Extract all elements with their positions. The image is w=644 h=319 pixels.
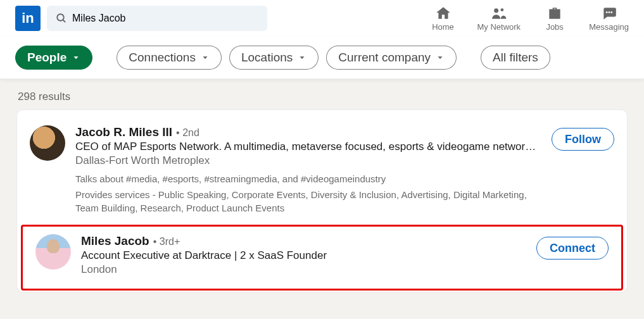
filter-label: Current company <box>338 51 431 65</box>
avatar[interactable] <box>35 234 71 270</box>
result-row[interactable]: Miles Jacob • 3rd+ Account Executive at … <box>23 227 621 289</box>
nav-label: Home <box>432 22 454 32</box>
chevron-down-icon <box>298 53 306 62</box>
search-input[interactable] <box>47 6 267 31</box>
svg-point-4 <box>605 11 607 13</box>
people-icon <box>491 5 507 22</box>
svg-point-2 <box>494 8 498 13</box>
person-name[interactable]: Jacob R. Miles III <box>75 125 172 139</box>
search-icon <box>56 13 67 24</box>
svg-line-1 <box>63 20 65 22</box>
connection-degree: • 3rd+ <box>153 236 180 247</box>
filter-locations[interactable]: Locations <box>229 46 319 70</box>
filter-current-company[interactable]: Current company <box>326 46 457 70</box>
nav-messaging[interactable]: Messaging <box>589 5 629 32</box>
svg-point-5 <box>608 11 610 13</box>
filter-bar: People Connections Locations Current com… <box>0 37 644 79</box>
filter-label: Connections <box>129 51 196 65</box>
top-bar: in Home My Network Jobs Mes <box>0 0 644 37</box>
result-row[interactable]: Jacob R. Miles III • 2nd CEO of MAP Espo… <box>17 115 627 223</box>
nav-network[interactable]: My Network <box>477 5 521 32</box>
filter-label: Locations <box>241 51 293 65</box>
filter-people[interactable]: People <box>15 46 92 70</box>
person-location: London <box>81 263 526 276</box>
person-name[interactable]: Miles Jacob <box>81 234 149 248</box>
connection-degree: • 2nd <box>176 127 199 139</box>
person-talks-about: Talks about #media, #esports, #streaming… <box>75 173 541 184</box>
nav-label: My Network <box>477 22 521 32</box>
highlighted-result: Miles Jacob • 3rd+ Account Executive at … <box>21 225 623 291</box>
nav-items: Home My Network Jobs Messaging <box>424 5 629 32</box>
nav-label: Messaging <box>589 22 629 32</box>
home-icon <box>435 5 451 22</box>
chevron-down-icon <box>436 53 445 62</box>
chevron-down-icon <box>72 53 80 62</box>
svg-point-3 <box>500 8 503 11</box>
person-headline: Account Executive at Darktrace | 2 x Saa… <box>81 249 526 262</box>
filter-all[interactable]: All filters <box>481 46 550 70</box>
filter-label: People <box>27 51 66 65</box>
person-services: Provides services - Public Speaking, Cor… <box>75 188 541 215</box>
follow-button[interactable]: Follow <box>552 128 614 151</box>
person-headline: CEO of MAP Esports Network. A multimedia… <box>75 141 541 153</box>
search-container <box>47 6 267 31</box>
filter-label: All filters <box>493 51 538 65</box>
linkedin-logo[interactable]: in <box>15 6 41 31</box>
nav-label: Jobs <box>546 22 563 32</box>
results-count: 298 results <box>0 79 644 109</box>
avatar[interactable] <box>30 125 65 161</box>
filter-connections[interactable]: Connections <box>117 46 222 70</box>
results-card: Jacob R. Miles III • 2nd CEO of MAP Espo… <box>16 109 628 292</box>
connect-button[interactable]: Connect <box>536 237 609 260</box>
nav-home[interactable]: Home <box>424 5 462 32</box>
nav-jobs[interactable]: Jobs <box>536 5 574 32</box>
result-info: Jacob R. Miles III • 2nd CEO of MAP Espo… <box>75 125 541 215</box>
person-location: Dallas-Fort Worth Metroplex <box>75 154 541 167</box>
chevron-down-icon <box>201 53 210 62</box>
result-info: Miles Jacob • 3rd+ Account Executive at … <box>81 234 526 276</box>
svg-point-6 <box>610 11 612 13</box>
briefcase-icon <box>546 5 563 22</box>
message-icon <box>601 5 617 22</box>
svg-point-0 <box>57 14 64 21</box>
